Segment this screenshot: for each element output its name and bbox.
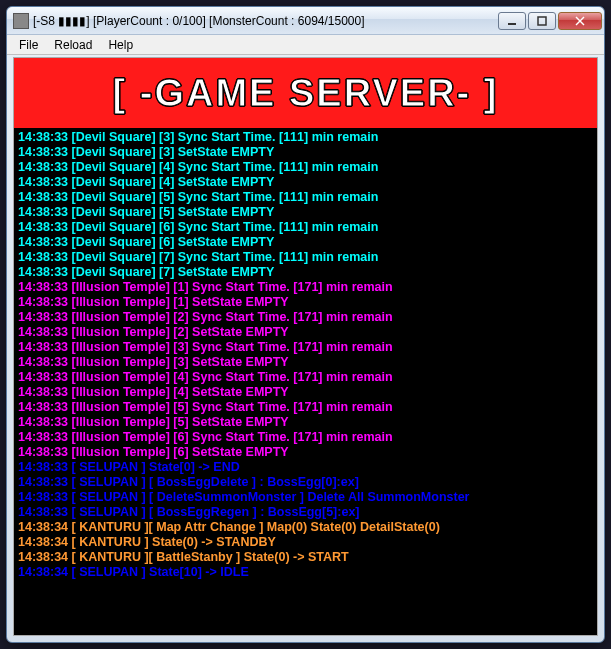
log-line: 14:38:33 [Devil Square] [5] Sync Start T… [18,190,593,205]
log-line: 14:38:33 [Devil Square] [7] SetState EMP… [18,265,593,280]
log-line: 14:38:33 [Illusion Temple] [2] SetState … [18,325,593,340]
log-line: 14:38:33 [Devil Square] [6] Sync Start T… [18,220,593,235]
app-window: [-S8 ▮▮▮▮] [PlayerCount : 0/100] [Monste… [6,6,605,643]
window-title: [-S8 ▮▮▮▮] [PlayerCount : 0/100] [Monste… [33,14,496,28]
minimize-button[interactable] [498,12,526,30]
banner-text: [ -GAME SERVER- ] [113,72,499,115]
log-line: 14:38:33 [Devil Square] [3] Sync Start T… [18,130,593,145]
log-line: 14:38:33 [Illusion Temple] [4] Sync Star… [18,370,593,385]
log-line: 14:38:33 [Devil Square] [4] Sync Start T… [18,160,593,175]
log-line: 14:38:34 [ KANTURU ][ BattleStanby ] Sta… [18,550,593,565]
title-bar[interactable]: [-S8 ▮▮▮▮] [PlayerCount : 0/100] [Monste… [7,7,604,35]
menu-bar: File Reload Help [7,35,604,55]
log-line: 14:38:34 [ SELUPAN ] State[10] -> IDLE [18,565,593,580]
banner: [ -GAME SERVER- ] [14,58,597,128]
menu-reload[interactable]: Reload [46,36,100,54]
log-line: 14:38:33 [Illusion Temple] [1] SetState … [18,295,593,310]
log-line: 14:38:33 [ SELUPAN ] [ BossEggRegen ] : … [18,505,593,520]
log-line: 14:38:33 [Devil Square] [7] Sync Start T… [18,250,593,265]
window-controls [496,12,602,30]
log-line: 14:38:34 [ KANTURU ][ Map Attr Change ] … [18,520,593,535]
log-line: 14:38:33 [Illusion Temple] [2] Sync Star… [18,310,593,325]
log-line: 14:38:33 [Illusion Temple] [6] SetState … [18,445,593,460]
log-line: 14:38:34 [ KANTURU ] State(0) -> STANDBY [18,535,593,550]
log-line: 14:38:33 [ SELUPAN ] [ BossEggDelete ] :… [18,475,593,490]
log-line: 14:38:33 [Devil Square] [5] SetState EMP… [18,205,593,220]
log-line: 14:38:33 [Illusion Temple] [3] Sync Star… [18,340,593,355]
svg-rect-1 [538,17,546,25]
close-button[interactable] [558,12,602,30]
client-area: [ -GAME SERVER- ] 14:38:33 [Devil Square… [13,57,598,636]
app-icon [13,13,29,29]
log-line: 14:38:33 [Devil Square] [4] SetState EMP… [18,175,593,190]
log-line: 14:38:33 [Illusion Temple] [3] SetState … [18,355,593,370]
log-panel[interactable]: 14:38:33 [Devil Square] [3] Sync Start T… [14,128,597,582]
log-line: 14:38:33 [Illusion Temple] [1] Sync Star… [18,280,593,295]
log-line: 14:38:33 [Illusion Temple] [5] SetState … [18,415,593,430]
log-line: 14:38:33 [ SELUPAN ] State[0] -> END [18,460,593,475]
minimize-icon [507,16,517,26]
close-icon [575,16,585,26]
menu-help[interactable]: Help [100,36,141,54]
log-line: 14:38:33 [Devil Square] [6] SetState EMP… [18,235,593,250]
log-line: 14:38:33 [Illusion Temple] [6] Sync Star… [18,430,593,445]
log-line: 14:38:33 [Illusion Temple] [5] Sync Star… [18,400,593,415]
log-line: 14:38:33 [Devil Square] [3] SetState EMP… [18,145,593,160]
maximize-button[interactable] [528,12,556,30]
menu-file[interactable]: File [11,36,46,54]
log-line: 14:38:33 [ SELUPAN ] [ DeleteSummonMonst… [18,490,593,505]
maximize-icon [537,16,547,26]
log-line: 14:38:33 [Illusion Temple] [4] SetState … [18,385,593,400]
